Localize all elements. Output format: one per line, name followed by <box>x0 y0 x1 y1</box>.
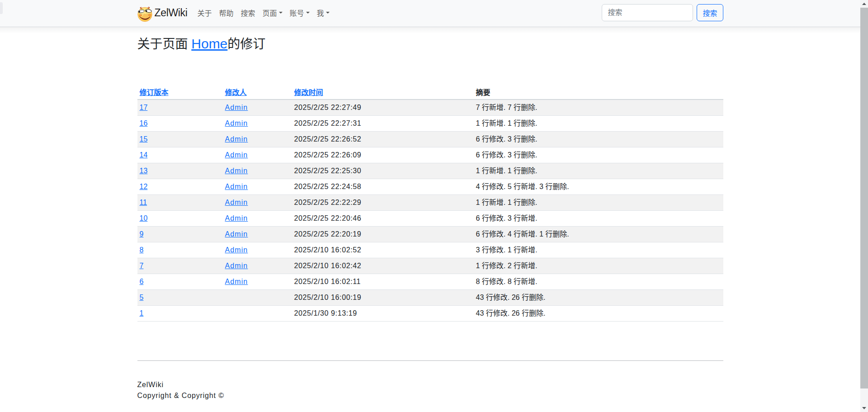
revision-cell: 13 <box>137 163 223 179</box>
user-link[interactable]: Admin <box>225 119 248 127</box>
sort-link[interactable]: 修改时间 <box>294 89 323 96</box>
user-cell: Admin <box>223 274 292 290</box>
revision-link[interactable]: 9 <box>140 230 144 238</box>
user-cell: Admin <box>223 132 292 147</box>
nav-link-label: 关于 <box>197 7 212 18</box>
revision-link[interactable]: 1 <box>140 309 144 317</box>
summary-cell: 43 行修改. 26 行删除. <box>474 290 723 306</box>
revision-row: 8Admin2025/2/10 16:02:523 行修改. 1 行新增. <box>137 242 723 258</box>
sort-link[interactable]: 修改人 <box>225 89 247 96</box>
summary-cell: 1 行新增. 1 行删除. <box>474 116 723 132</box>
time-cell: 2025/2/10 16:02:42 <box>292 258 474 274</box>
nav-link-label: 帮助 <box>219 7 233 18</box>
user-link[interactable]: Admin <box>225 167 248 175</box>
search-button[interactable]: 搜索 <box>697 4 723 21</box>
time-cell: 2025/2/10 16:00:19 <box>292 290 474 306</box>
user-link[interactable]: Admin <box>225 135 248 143</box>
nav-item: 帮助 <box>215 4 237 22</box>
user-link[interactable]: Admin <box>225 104 248 111</box>
time-cell: 2025/2/25 22:27:31 <box>292 116 474 132</box>
revision-row: 9Admin2025/2/25 22:20:196 行修改. 4 行新增. 1 … <box>137 227 723 242</box>
revision-row: 52025/2/10 16:00:1943 行修改. 26 行删除. <box>137 290 723 306</box>
revision-row: 15Admin2025/2/25 22:26:526 行修改. 3 行删除. <box>137 132 723 147</box>
revision-row: 16Admin2025/2/25 22:27:311 行新增. 1 行删除. <box>137 116 723 132</box>
column-header: 修改人 <box>223 84 292 99</box>
user-link[interactable]: Admin <box>225 214 248 222</box>
nav-link-label: 页面 <box>262 7 277 18</box>
user-link[interactable]: Admin <box>225 199 248 206</box>
time-cell: 2025/2/25 22:25:30 <box>292 163 474 179</box>
summary-cell: 6 行修改. 3 行新增. <box>474 211 723 227</box>
nav-link-3[interactable]: 页面 <box>259 4 286 22</box>
summary-cell: 1 行修改. 2 行新增. <box>474 258 723 274</box>
navbar: ZelWiki 关于帮助搜索页面账号我 搜索 <box>0 0 860 27</box>
revision-link[interactable]: 17 <box>140 104 148 111</box>
revision-cell: 15 <box>137 132 223 147</box>
footer-sitename: ZelWiki <box>137 379 723 390</box>
search-form: 搜索 <box>602 4 723 21</box>
nav-item: 页面 <box>259 4 286 22</box>
revision-link[interactable]: 7 <box>140 262 144 270</box>
summary-cell: 6 行修改. 3 行删除. <box>474 132 723 147</box>
user-link[interactable]: Admin <box>225 183 248 190</box>
user-cell: Admin <box>223 211 292 227</box>
summary-cell: 4 行修改. 5 行新增. 3 行删除. <box>474 179 723 195</box>
time-cell: 2025/2/10 16:02:11 <box>292 274 474 290</box>
sort-link[interactable]: 修订版本 <box>140 89 169 96</box>
revision-row: 14Admin2025/2/25 22:26:096 行修改. 3 行删除. <box>137 147 723 163</box>
nav-item: 账号 <box>286 4 313 22</box>
user-cell: Admin <box>223 227 292 242</box>
revision-link[interactable]: 14 <box>140 151 148 159</box>
nav-link-0[interactable]: 关于 <box>193 4 215 22</box>
summary-cell: 43 行修改. 26 行删除. <box>474 306 723 322</box>
revision-cell: 6 <box>137 274 223 290</box>
user-link[interactable]: Admin <box>225 246 248 254</box>
navbar-container: ZelWiki 关于帮助搜索页面账号我 搜索 <box>137 0 723 27</box>
time-cell: 2025/2/25 22:20:46 <box>292 211 474 227</box>
page-title: 关于页面 Home的修订 <box>137 36 723 52</box>
nav-link-label: 我 <box>317 7 324 18</box>
summary-cell: 8 行修改. 8 行新增. <box>474 274 723 290</box>
caret-down-icon <box>326 12 330 14</box>
brand-link[interactable]: ZelWiki <box>137 5 188 22</box>
user-link[interactable]: Admin <box>225 278 248 285</box>
revision-link[interactable]: 5 <box>140 294 144 301</box>
revision-row: 6Admin2025/2/10 16:02:118 行修改. 8 行新增. <box>137 274 723 290</box>
revision-row: 12025/1/30 9:13:1943 行修改. 26 行删除. <box>137 306 723 322</box>
footer: ZelWiki Copyright & Copyright © <box>137 379 723 401</box>
nav-link-4[interactable]: 账号 <box>286 4 313 22</box>
user-link[interactable]: Admin <box>225 230 248 238</box>
revision-link[interactable]: 16 <box>140 119 148 127</box>
revision-link[interactable]: 13 <box>140 167 148 175</box>
column-header: 修改时间 <box>292 84 474 99</box>
revision-link[interactable]: 10 <box>140 214 148 222</box>
time-cell: 2025/2/10 16:02:52 <box>292 242 474 258</box>
user-cell: Admin <box>223 116 292 132</box>
nav-link-2[interactable]: 搜索 <box>237 4 259 22</box>
revision-cell: 16 <box>137 116 223 132</box>
revision-table-header-row: 修订版本修改人修改时间摘要 <box>137 84 723 99</box>
time-cell: 2025/2/25 22:26:52 <box>292 132 474 147</box>
user-cell <box>223 290 292 306</box>
revision-cell: 9 <box>137 227 223 242</box>
search-input[interactable] <box>602 4 693 21</box>
revision-cell: 11 <box>137 195 223 211</box>
user-link[interactable]: Admin <box>225 262 248 270</box>
revision-cell: 1 <box>137 306 223 322</box>
page-title-home-link[interactable]: Home <box>191 36 227 51</box>
logo-sly-smile-emoji-icon <box>137 5 152 22</box>
user-cell <box>223 306 292 322</box>
user-link[interactable]: Admin <box>225 151 248 159</box>
revision-cell: 10 <box>137 211 223 227</box>
summary-cell: 6 行修改. 3 行删除. <box>474 147 723 163</box>
nav-link-1[interactable]: 帮助 <box>215 4 237 22</box>
user-cell: Admin <box>223 258 292 274</box>
revision-link[interactable]: 8 <box>140 246 144 254</box>
user-cell: Admin <box>223 195 292 211</box>
nav-link-5[interactable]: 我 <box>313 4 333 22</box>
revision-link[interactable]: 6 <box>140 278 144 285</box>
main-content: 关于页面 Home的修订 修订版本修改人修改时间摘要 17Admin2025/2… <box>137 36 723 401</box>
revision-link[interactable]: 12 <box>140 183 148 190</box>
revision-link[interactable]: 15 <box>140 135 148 143</box>
revision-link[interactable]: 11 <box>140 199 147 206</box>
